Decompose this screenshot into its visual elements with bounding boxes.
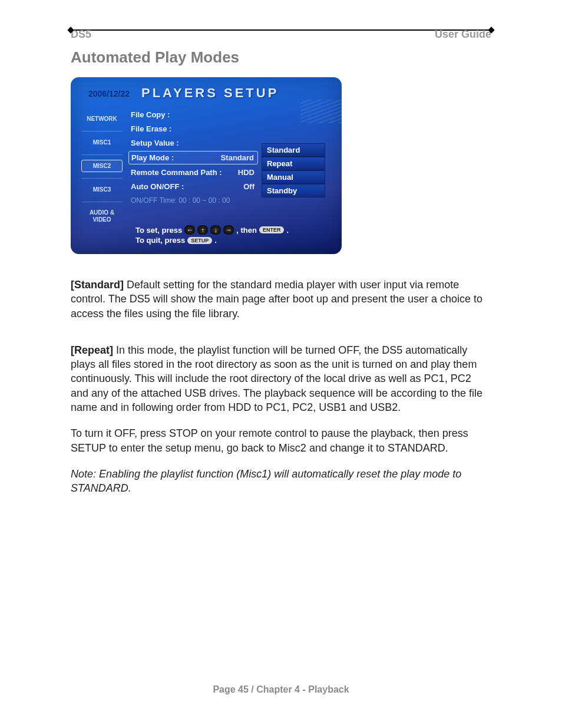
page-footer: Page 45 / Chapter 4 - Playback [71,684,491,695]
label-standard: [Standard] [71,279,124,291]
row-value: Standard [221,153,254,162]
hint-then-text: , then [236,226,257,235]
decorative-stripes [300,100,342,123]
players-setup-screenshot: 2006/12/22 PLAYERS SETUP NETWORK MISC1 M… [71,77,342,254]
sidebar-item-audio-video[interactable]: AUDIO & VIDEO [81,207,123,226]
row-label: Setup Value : [131,139,179,147]
sidebar-separator [81,131,123,131]
enter-key-icon: ENTER [259,226,285,233]
row-play-mode[interactable]: Play Mode :Standard [128,151,258,164]
header-left: DS5 [71,28,91,41]
row-label: File Copy : [131,110,170,119]
arrow-down-icon: ↓ [210,225,221,235]
dropdown-option-standard[interactable]: Standard [262,143,325,157]
setup-key-icon: SETUP [187,237,212,244]
row-label: Play Mode : [131,153,174,162]
paragraph-note: Note: Enabling the playlist function (Mi… [71,467,491,496]
setup-sidebar: NETWORK MISC1 MISC2 MISC3 AUDIO & VIDEO [81,108,123,232]
row-label: Remote Command Path : [131,168,222,177]
play-mode-dropdown[interactable]: Standard Repeat Manual Standby [262,143,325,197]
setup-main-panel: File Copy : File Erase : Setup Value : P… [128,107,258,208]
text-standard: Default setting for the standard media p… [71,279,482,319]
text-repeat: In this mode, the playlist function will… [71,344,482,413]
header-right: User Guide [435,28,491,41]
row-file-copy[interactable]: File Copy : [128,108,258,121]
dropdown-option-standby[interactable]: Standby [262,184,325,197]
row-onoff-time: ON/OFF Time: 00 : 00 ~ 00 : 00 [128,195,258,206]
dropdown-option-repeat[interactable]: Repeat [262,157,325,170]
screenshot-date: 2006/12/22 [88,89,130,98]
sidebar-item-network[interactable]: NETWORK [81,113,123,125]
hint-set-suffix: . [286,226,289,235]
row-setup-value[interactable]: Setup Value : [128,137,258,149]
sidebar-item-misc3[interactable]: MISC3 [81,183,123,196]
navigation-hints: To set, press ← ↑ ↓ → , then ENTER . To … [135,224,289,245]
paragraph-repeat: [Repeat] In this mode, the playlist func… [71,343,491,414]
arrow-left-icon: ← [184,225,195,235]
sidebar-separator [81,154,123,155]
arrow-up-icon: ↑ [197,225,208,235]
sidebar-separator [81,202,123,202]
arrow-right-icon: → [223,225,234,235]
row-file-erase[interactable]: File Erase : [128,123,258,135]
sidebar-item-misc1[interactable]: MISC1 [81,136,123,149]
screenshot-title: PLAYERS SETUP [141,85,279,101]
row-auto-onoff[interactable]: Auto ON/OFF :Off [128,180,258,193]
row-remote-path[interactable]: Remote Command Path :HDD [128,166,258,179]
section-title: Automated Play Modes [71,48,491,67]
label-repeat: [Repeat] [71,344,113,356]
hint-quit-text: To quit, press [135,236,185,245]
row-label: File Erase : [131,124,171,133]
hint-set-text: To set, press [135,226,182,235]
row-value: HDD [238,168,254,177]
row-label: Auto ON/OFF : [131,182,184,191]
hint-quit-suffix: . [214,236,217,245]
sidebar-separator [81,178,123,179]
sidebar-item-misc2[interactable]: MISC2 [81,160,123,172]
dropdown-option-manual[interactable]: Manual [262,170,325,184]
paragraph-turnoff: To turn it OFF, press STOP on your remot… [71,426,491,455]
paragraph-standard: [Standard] Default setting for the stand… [71,278,491,321]
row-label: ON/OFF Time: 00 : 00 ~ 00 : 00 [131,196,230,205]
row-value: Off [243,182,254,191]
page-header: DS5 User Guide [71,28,491,31]
